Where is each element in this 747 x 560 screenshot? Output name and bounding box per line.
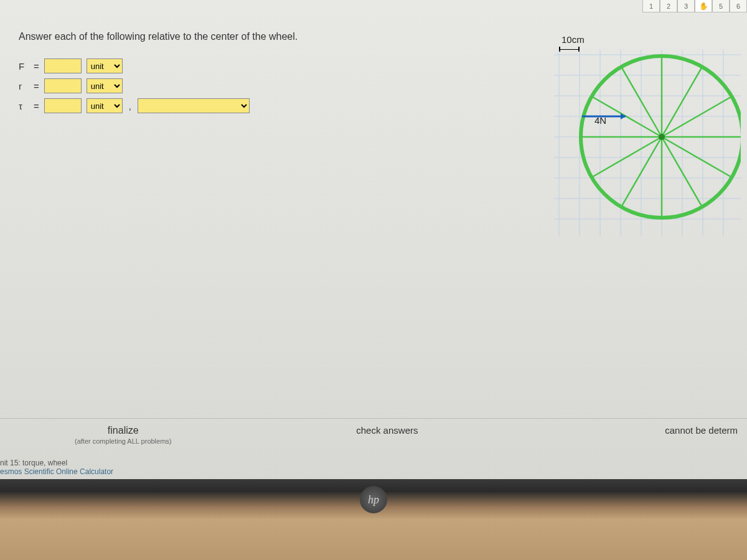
wheel-diagram: 10cm [554, 47, 741, 233]
finalize-subtitle: (after completing ALL problems) [75, 437, 172, 445]
bottom-section: finalize (after completing ALL problems)… [0, 418, 747, 445]
svg-point-31 [659, 134, 665, 140]
label-f: F [19, 61, 29, 72]
equals-f: = [34, 61, 39, 72]
equals-tau: = [34, 101, 39, 111]
select-r-unit[interactable]: unit [87, 78, 123, 93]
check-answers-button[interactable]: check answers [356, 425, 418, 436]
footer-title: nit 15: torque, wheel [0, 459, 67, 467]
footer-links: nit 15: torque, wheel esmos Scientific O… [0, 459, 113, 476]
footer-calculator-link[interactable]: esmos Scientific Online Calculator [0, 467, 113, 476]
input-tau-value[interactable] [44, 98, 82, 113]
label-tau: τ [19, 101, 29, 111]
finalize-button[interactable]: finalize [75, 425, 172, 436]
comma: , [129, 101, 131, 111]
select-tau-direction[interactable] [138, 98, 250, 113]
wheel-svg [554, 50, 741, 236]
label-r: r [19, 81, 29, 91]
cannot-determine-button[interactable]: cannot be determ [665, 425, 738, 436]
content-area: Answer each of the following relative to… [0, 0, 747, 126]
select-tau-unit[interactable]: unit [87, 98, 123, 113]
equals-r: = [34, 81, 39, 91]
finalize-block: finalize (after completing ALL problems) [75, 425, 172, 445]
force-label: 4N [594, 115, 606, 126]
scale-label: 10cm [561, 34, 585, 45]
input-f-value[interactable] [44, 58, 82, 73]
hp-logo-icon: hp [360, 486, 387, 513]
input-r-value[interactable] [44, 78, 82, 93]
select-f-unit[interactable]: unit [87, 58, 123, 73]
question-prompt: Answer each of the following relative to… [19, 31, 735, 42]
